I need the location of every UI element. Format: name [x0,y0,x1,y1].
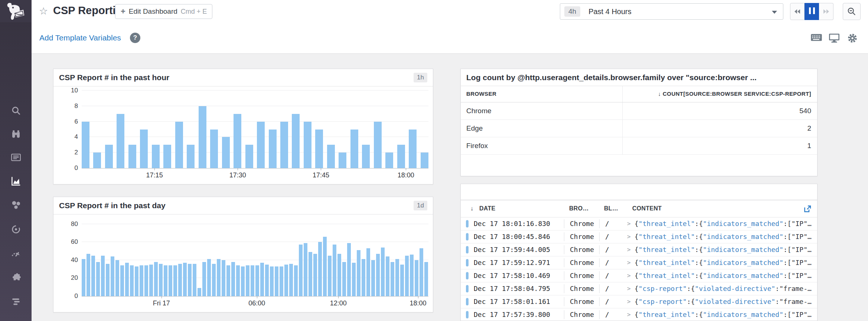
open-in-log-explorer-icon[interactable] [803,204,812,215]
datadog-logo[interactable] [0,0,32,22]
bar [400,265,404,296]
bar [318,242,322,296]
bar [405,256,409,296]
log-date: Dec 17 17:58:04.795 [474,282,550,295]
search-icon [11,105,21,116]
sidebar-item-search[interactable] [0,102,32,119]
time-forward-button[interactable] [819,3,833,20]
browser-cell: Firefox [466,142,488,150]
sort-desc-icon[interactable]: ↓ [470,205,473,212]
bar [87,254,90,296]
log-row[interactable]: Dec 17 18:00:45.846Chrome/>{"threat_inte… [461,230,817,243]
bar [280,122,288,168]
log-browser: Chrome [564,297,594,306]
bar [410,255,414,296]
log-content: {"threat_intel":{"indicators_matched":["… [634,243,814,256]
log-browser: Chrome [564,258,594,267]
bar [339,153,346,168]
sidebar-item-integrations[interactable] [0,270,32,286]
bar [202,262,206,296]
log-row[interactable]: Dec 17 17:59:44.005Chrome/>{"threat_inte… [461,243,817,256]
fullscreen-monitor-icon[interactable] [828,33,840,45]
bar [265,265,269,296]
bar-series [82,91,428,168]
expand-chevron-icon: > [627,256,631,269]
column-header-browser[interactable]: BRO… [569,205,589,212]
table-row[interactable]: Firefox 1 [461,137,817,155]
x-axis-tick [257,296,257,298]
help-icon[interactable]: ? [130,33,140,43]
sidebar-item-metrics[interactable] [0,246,32,262]
log-row[interactable]: Dec 17 17:58:10.469Chrome/>{"threat_inte… [461,269,817,282]
fast-forward-icon [822,9,830,14]
watchdog-binoculars-icon [10,128,22,139]
log-content: {"threat_intel":{"indicators_matched":["… [634,256,814,269]
bar [362,259,365,296]
browser-cell: Chrome [466,107,492,115]
sidebar-item-infrastructure[interactable] [0,197,32,213]
bar [381,248,385,296]
x-axis-tick-label: 18:00 [398,171,414,179]
zoom-out-button[interactable] [843,3,861,20]
timeframe-badge: 1d [414,201,427,210]
x-axis-tick [154,168,155,170]
sidebar-item-apm[interactable] [0,221,32,238]
tv-mode-keyboard-icon[interactable] [810,33,822,44]
table-row[interactable]: Chrome 540 [461,102,817,120]
bar [226,265,230,296]
sidebar-item-events[interactable] [0,149,32,166]
expand-chevron-icon: > [627,217,631,230]
log-blocked-uri: / [599,284,609,293]
column-header-browser[interactable]: BROWSER [466,91,496,97]
bar [270,266,274,296]
log-row[interactable]: Dec 17 17:58:04.795Chrome/>{"csp-report"… [461,282,817,295]
table-row[interactable]: Edge 2 [461,120,817,137]
time-backward-button[interactable] [790,3,805,20]
bar [257,122,265,168]
bar [424,262,428,296]
bar-chart-day[interactable]: 020406080Fri 1706:0012:0018:00 [82,219,428,297]
log-row[interactable]: Dec 17 17:59:12.971Chrome/>{"threat_inte… [461,256,817,269]
column-header-count[interactable]: ↓ COUNT[SOURCE:BROWSER SERVICE:CSP-REPOR… [658,91,811,97]
bar [275,266,278,296]
expand-chevron-icon: > [627,282,631,295]
column-header-blocked[interactable]: BL… [604,205,618,212]
log-row[interactable]: Dec 17 18:01:16.830Chrome/>{"threat_inte… [461,217,817,230]
bar [327,145,335,168]
add-template-variables-link[interactable]: Add Template Variables [39,33,121,42]
subbar: Add Template Variables ? [32,23,868,54]
bar [125,263,129,296]
widget-title: CSP Report # in the past hour [59,73,414,82]
settings-gear-icon[interactable] [847,33,858,45]
bar [415,260,418,296]
bar-chart-hour[interactable]: 024681017:1517:3017:4518:00 [82,91,428,168]
x-axis-tick-label: Fri 17 [153,299,170,307]
favorite-star-icon[interactable]: ☆ [39,5,48,17]
log-browser: Chrome [564,310,594,319]
time-range-picker[interactable]: 4h Past 4 Hours [560,3,783,20]
topbar: ☆ CSP Reporting + Edit Dashboard Cmd + E… [32,0,868,23]
sidebar-item-watchdog[interactable] [0,125,32,142]
log-rows-container: Dec 17 18:01:16.830Chrome/>{"threat_inte… [461,217,817,321]
sidebar-item-dashboards[interactable] [0,173,32,189]
column-header-content[interactable]: CONTENT [632,205,662,212]
log-row[interactable]: Dec 17 17:58:01.161Chrome/>{"csp-report"… [461,295,817,308]
bar [163,145,171,168]
bar [284,265,288,296]
edit-dashboard-button[interactable]: + Edit Dashboard Cmd + E [115,4,212,19]
log-date: Dec 17 17:58:10.469 [474,269,550,282]
bar [391,262,394,296]
bar [294,265,298,296]
bar [178,264,182,296]
pause-button[interactable] [805,3,819,20]
sidebar-item-logs[interactable] [0,294,32,310]
column-header-date[interactable]: DATE [479,205,496,212]
column-divider [622,102,623,119]
bar [212,264,216,296]
bar [101,256,105,296]
bar [260,263,264,296]
bar [315,130,323,168]
bar [347,243,351,296]
log-row[interactable]: Dec 17 17:57:39.800Chrome/>{"threat_inte… [461,308,817,321]
log-level-bar [466,220,469,227]
